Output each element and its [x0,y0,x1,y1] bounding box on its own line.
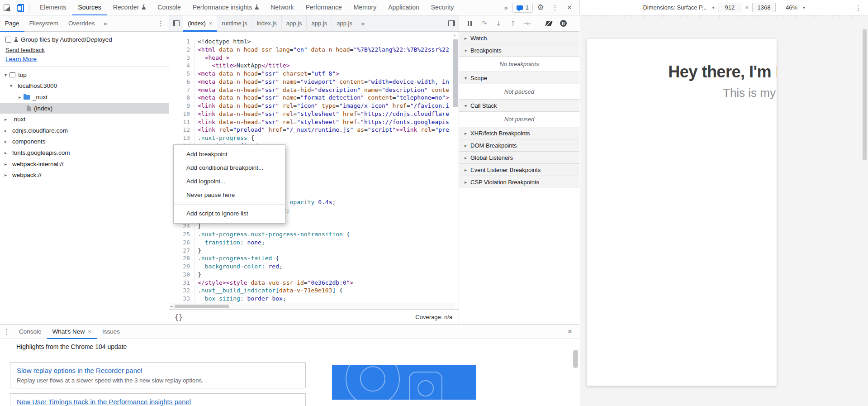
toggle-device-toolbar-button[interactable] [14,1,27,14]
drawer-menu-button[interactable]: ⋮ [0,328,14,336]
line-number[interactable]: 1 [169,38,195,46]
editor-tab-app-js[interactable]: app.js [307,15,332,32]
navigator-tab-filesystem[interactable]: Filesystem [24,15,64,32]
step-into-button[interactable]: ↓ [493,18,504,29]
issues-counter-button[interactable]: 1 [512,3,533,13]
section-event-listener-breakpoints[interactable]: ▸Event Listener Breakpoints [459,164,579,176]
step-button[interactable]: →· [522,18,533,29]
line-number[interactable]: 27 [169,247,195,255]
section-dom-breakpoints[interactable]: ▸DOM Breakpoints [459,139,579,152]
line-number[interactable]: 32 [169,287,195,295]
whats-new-card-title-link[interactable]: New User Timings track in the Performanc… [17,398,299,406]
section-breakpoints[interactable]: ▾Breakpoints [459,44,579,57]
navigator-tab-overrides[interactable]: Overrides [63,15,100,32]
tab-performance[interactable]: Performance [300,0,348,15]
tree-chevron-icon[interactable]: ▸ [3,117,9,122]
tree-chevron-icon[interactable]: ▸ [3,172,9,177]
inspect-element-button[interactable] [0,1,14,14]
menu-item-add-script-to-ignore-list[interactable]: Add script to ignore list [174,207,285,220]
show-panel-icon[interactable] [448,20,455,26]
settings-button[interactable]: ⚙ [534,1,547,14]
menu-item-add-logpoint[interactable]: Add logpoint... [174,175,285,188]
tree-item-webpack-internal[interactable]: ▸webpack-internal:// [0,158,169,170]
line-number[interactable]: 33 [169,295,195,302]
vertical-scrollbar[interactable]: ▴ [453,33,458,300]
deactivate-breakpoints-button[interactable] [543,18,555,29]
tree-chevron-icon[interactable]: ▾ [3,72,9,77]
more-tabs-button[interactable]: » [500,4,511,11]
line-number[interactable]: 31 [169,279,195,287]
scroll-left-arrow-icon[interactable]: ◂ [170,304,172,309]
step-over-button[interactable]: ↷ [478,18,490,29]
tree-item-nuxt[interactable]: ▸.nuxt [0,114,169,125]
tree-chevron-icon[interactable]: ▸ [3,128,9,133]
drawer-tab-what-s-new[interactable]: What's New× [47,325,97,339]
device-height-input[interactable]: 1368 [752,3,776,12]
line-number[interactable]: 2 [169,46,195,54]
tab-memory[interactable]: Memory [348,0,383,15]
editor-tab-index-js[interactable]: index.js [252,15,282,32]
menu-item-never-pause-here[interactable]: Never pause here [174,188,285,202]
tree-item-localhost-3000[interactable]: ▾localhost:3000 [0,81,169,92]
line-number[interactable]: 30 [169,271,195,279]
tree-item-fonts-googleapis-com[interactable]: ▸fonts.googleapis.com [0,147,169,158]
line-number[interactable]: 8 [169,94,195,102]
editor-tab-runtime-js[interactable]: runtime.js [217,15,252,32]
line-number[interactable]: 7 [169,86,195,94]
line-number[interactable]: 6 [169,78,195,86]
section-csp-violation-breakpoints[interactable]: ▸CSP Violation Breakpoints [459,176,579,188]
tab-sources[interactable]: Sources [72,0,107,15]
section-watch[interactable]: ▸Watch [459,32,579,44]
vertical-scrollbar-thumb[interactable] [453,39,458,107]
line-number[interactable]: 5 [169,70,195,78]
section-call-stack[interactable]: ▾Call Stack [459,100,579,112]
line-number[interactable]: 11 [169,118,195,126]
section-xhr-fetch-breakpoints[interactable]: ▸XHR/fetch Breakpoints [459,127,579,139]
tab-elements[interactable]: Elements [34,0,72,15]
line-number[interactable]: 28 [169,254,195,263]
editor-tab-app-js[interactable]: app.js [332,15,357,32]
menu-item-add-breakpoint[interactable]: Add breakpoint [174,148,285,161]
tree-item-cdnjs-cloudflare-com[interactable]: ▸cdnjs.cloudflare.com [0,125,169,136]
tree-chevron-icon[interactable]: ▸ [17,95,23,100]
step-out-button[interactable]: ↑ [507,18,519,29]
learn-more-link[interactable]: Learn More [5,56,37,62]
tree-chevron-icon[interactable]: ▸ [3,139,9,144]
tree-item-components[interactable]: ▸components [0,136,169,148]
scroll-up-arrow-icon[interactable]: ▴ [454,33,455,37]
zoom-select[interactable]: 46% [786,4,797,11]
line-number[interactable]: 3 [169,54,195,62]
drawer-scrollbar[interactable] [573,341,578,405]
line-number[interactable]: 4 [169,62,195,70]
line-number[interactable]: 26 [169,239,195,247]
tab-network[interactable]: Network [265,0,299,15]
horizontal-scrollbar[interactable]: ◂ [169,303,455,309]
line-number[interactable]: 9 [169,102,195,110]
line-number[interactable]: 10 [169,110,195,118]
whats-new-card-title-link[interactable]: Slow replay options in the Recorder pane… [17,367,299,374]
drawer-scrollbar-thumb[interactable] [573,350,578,368]
tree-item-top[interactable]: ▾top [0,69,169,81]
tab-close-icon[interactable]: × [88,328,91,335]
send-feedback-link[interactable]: Send feedback [5,47,45,53]
pretty-print-button[interactable]: {} [175,313,183,321]
navigator-tab-page[interactable]: Page [0,15,24,32]
drawer-tab-console[interactable]: Console [14,325,47,339]
line-number[interactable]: 25 [169,230,195,239]
horizontal-scrollbar-thumb[interactable] [175,305,229,308]
dimensions-select[interactable]: Dimensions: Surface P... [643,4,707,11]
line-number[interactable]: 12 [169,126,195,134]
devtools-menu-button[interactable]: ⋮ [548,1,562,14]
line-number[interactable]: 29 [169,263,195,271]
tree-item-index[interactable]: (index) [0,103,169,114]
pause-on-exceptions-button[interactable] [557,18,569,29]
close-devtools-button[interactable]: × [563,1,576,14]
tab-security[interactable]: Security [425,0,460,15]
section-global-listeners[interactable]: ▸Global Listeners [459,152,579,164]
line-number[interactable]: 13 [169,134,195,142]
tree-chevron-icon[interactable]: ▾ [8,83,14,88]
section-scope[interactable]: ▾Scope [459,72,579,84]
drawer-close-button[interactable]: × [568,327,572,336]
editor-more-tabs-button[interactable]: » [357,19,368,27]
tab-performance-insights[interactable]: Performance insights [187,0,265,15]
